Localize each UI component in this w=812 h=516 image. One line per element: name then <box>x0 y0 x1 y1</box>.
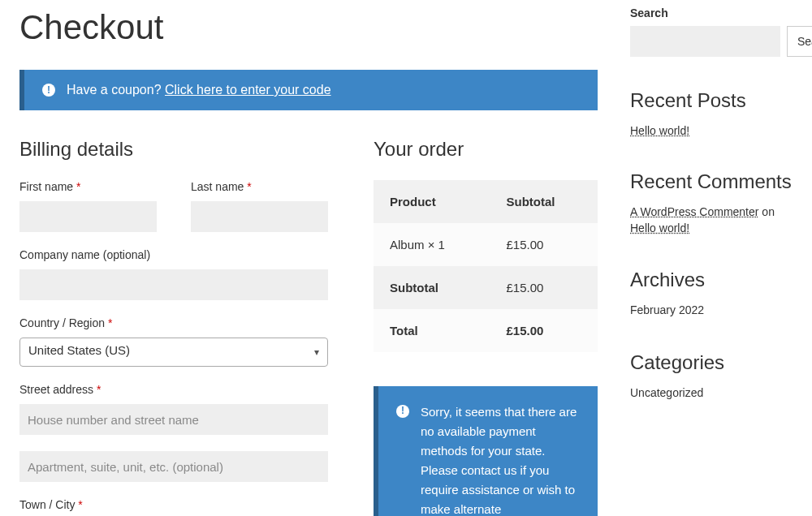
town-label: Town / City * <box>19 498 328 511</box>
country-select[interactable]: United States (US) <box>19 338 328 367</box>
item-name: Album × 1 <box>374 223 490 266</box>
recent-post-link[interactable]: Hello world! <box>630 124 689 137</box>
street-input[interactable] <box>19 404 328 435</box>
last-name-input[interactable] <box>191 201 328 232</box>
subtotal-value: £15.00 <box>490 266 598 309</box>
company-label: Company name (optional) <box>19 248 328 261</box>
categories-title: Categories <box>630 351 793 374</box>
first-name-label: First name * <box>19 180 157 193</box>
archive-item[interactable]: February 2022 <box>630 303 793 319</box>
search-button[interactable]: Search <box>787 26 812 57</box>
search-input[interactable] <box>630 26 780 57</box>
coupon-notice: ! Have a coupon? Click here to enter you… <box>19 70 598 110</box>
street-label: Street address * <box>19 383 328 396</box>
payment-error-notice: ! Sorry, it seems that there are no avai… <box>374 386 598 516</box>
comment-post-link[interactable]: Hello world! <box>630 221 689 234</box>
coupon-link[interactable]: Click here to enter your code <box>165 83 331 97</box>
page-title: Checkout <box>19 8 598 47</box>
last-name-label: Last name * <box>191 180 328 193</box>
subtotal-label: Subtotal <box>374 266 490 309</box>
recent-comments-title: Recent Comments <box>630 170 793 193</box>
col-product: Product <box>374 180 490 223</box>
commenter-link[interactable]: A WordPress Commenter <box>630 205 758 218</box>
billing-heading: Billing details <box>19 138 328 161</box>
table-row: Subtotal £15.00 <box>374 266 598 309</box>
total-value: £15.00 <box>490 309 598 352</box>
country-label: Country / Region * <box>19 316 328 329</box>
on-text: on <box>758 205 774 218</box>
item-price: £15.00 <box>490 223 598 266</box>
table-row: Album × 1 £15.00 <box>374 223 598 266</box>
street2-input[interactable] <box>19 451 328 482</box>
coupon-prefix: Have a coupon? <box>67 83 165 97</box>
coupon-notice-text: Have a coupon? Click here to enter your … <box>67 83 331 97</box>
first-name-input[interactable] <box>19 201 157 232</box>
company-input[interactable] <box>19 269 328 300</box>
order-table: Product Subtotal Album × 1 £15.00 Subtot… <box>374 180 598 352</box>
total-label: Total <box>374 309 490 352</box>
search-label: Search <box>630 6 793 19</box>
archives-title: Archives <box>630 269 793 291</box>
table-row: Total £15.00 <box>374 309 598 352</box>
payment-error-text: Sorry, it seems that there are no availa… <box>421 402 580 516</box>
category-item[interactable]: Uncategorized <box>630 385 793 402</box>
info-icon: ! <box>42 84 55 97</box>
info-icon: ! <box>396 405 409 418</box>
col-subtotal: Subtotal <box>490 180 598 223</box>
order-heading: Your order <box>374 138 598 161</box>
recent-comment-item: A WordPress Commenter on Hello world! <box>630 204 793 236</box>
recent-posts-title: Recent Posts <box>630 89 793 112</box>
